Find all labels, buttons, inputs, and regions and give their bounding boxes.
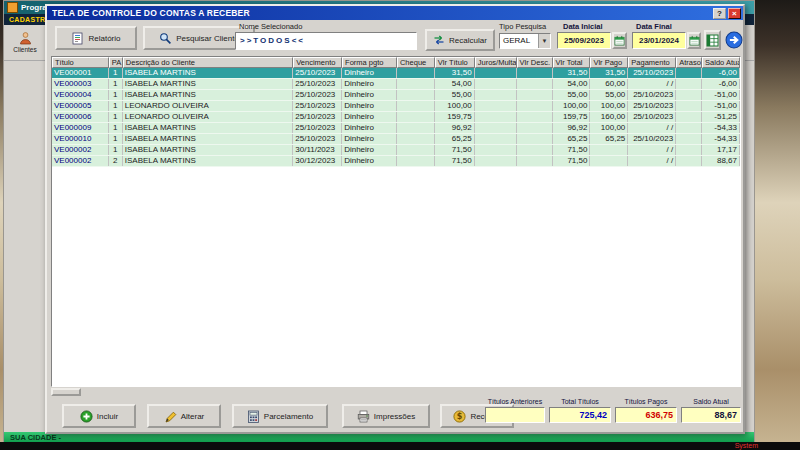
dialog-titlebar[interactable]: TELA DE CONTROLE DO CONTAS A RECEBER ? × <box>47 6 743 20</box>
table-cell: VE000002 <box>52 156 109 166</box>
column-header-13[interactable]: Atraso <box>676 57 702 68</box>
start-date-calendar-button[interactable] <box>612 32 627 49</box>
table-row[interactable]: VE0000101ISABELA MARTINS25/10/2023Dinhei… <box>52 134 740 145</box>
table-cell: 25/10/2023 <box>293 112 342 122</box>
table-cell: 100,00 <box>553 101 591 111</box>
help-button[interactable]: ? <box>713 8 726 19</box>
table-cell: -51,00 <box>702 101 740 111</box>
table-cell <box>475 101 517 111</box>
column-header-12[interactable]: Pagamento <box>628 57 676 68</box>
parcelamento-button[interactable]: Parcelamento <box>232 404 328 428</box>
table-cell: / / <box>628 123 676 133</box>
table-cell: 159,75 <box>435 112 475 122</box>
export-grid-button[interactable] <box>704 30 721 50</box>
table-cell: -51,00 <box>702 90 740 100</box>
table-row[interactable]: VE0000091ISABELA MARTINS25/10/2023Dinhei… <box>52 123 740 134</box>
table-cell: 30/11/2023 <box>293 145 342 155</box>
column-header-2[interactable]: PA <box>109 57 123 68</box>
table-cell: 96,92 <box>435 123 475 133</box>
table-row[interactable]: VE0000011ISABELA MARTINS25/10/2023Dinhei… <box>52 68 740 79</box>
table-cell <box>397 79 435 89</box>
table-cell <box>676 134 702 144</box>
table-cell: 1 <box>109 112 123 122</box>
table-cell <box>475 156 517 166</box>
table-cell <box>590 156 628 166</box>
table-cell: Dinheiro <box>342 123 397 133</box>
table-cell <box>517 134 553 144</box>
column-header-1[interactable]: Título <box>52 57 109 68</box>
table-cell <box>475 79 517 89</box>
end-date-field[interactable]: 23/01/2024 <box>632 32 686 49</box>
parcelamento-button-label: Parcelamento <box>264 412 313 421</box>
toolbar-button-clientes[interactable]: Clientes <box>6 26 44 58</box>
table-cell: 1 <box>109 134 123 144</box>
saldo-atual-value: 88,67 <box>681 407 741 423</box>
table-cell: 25/10/2023 <box>628 68 676 78</box>
plus-icon <box>80 410 93 423</box>
titulos-anteriores-label: Títulos Anteriores <box>485 398 545 405</box>
table-cell <box>397 101 435 111</box>
table-cell: ISABELA MARTINS <box>123 90 293 100</box>
taskbar[interactable]: System <box>0 442 800 450</box>
column-header-8[interactable]: Juros/Multa <box>475 57 517 68</box>
table-row[interactable]: VE0000021ISABELA MARTINS30/11/2023Dinhei… <box>52 145 740 156</box>
table-cell: 1 <box>109 101 123 111</box>
search-type-label: Tipo Pesquisa <box>499 22 546 31</box>
column-header-4[interactable]: Vencimento <box>293 57 342 68</box>
spreadsheet-icon <box>706 34 719 47</box>
column-header-9[interactable]: Vlr Desc. <box>517 57 553 68</box>
table-cell: 159,75 <box>553 112 591 122</box>
search-type-dropdown[interactable]: GERAL ▼ <box>499 33 551 49</box>
table-cell <box>517 68 553 78</box>
alterar-button[interactable]: Alterar <box>147 404 221 428</box>
table-cell <box>475 145 517 155</box>
selected-name-field[interactable]: >>TODOS<< <box>235 32 417 50</box>
column-header-14[interactable]: Saldo Atual <box>702 57 740 68</box>
table-cell: / / <box>628 156 676 166</box>
go-button[interactable] <box>724 29 743 51</box>
incluir-button[interactable]: Incluir <box>62 404 136 428</box>
column-header-6[interactable]: Cheque <box>397 57 435 68</box>
end-date-calendar-button[interactable] <box>687 32 701 49</box>
impressoes-button-label: Impressões <box>374 412 415 421</box>
table-cell: 60,00 <box>590 79 628 89</box>
column-header-5[interactable]: Forma pgto <box>342 57 397 68</box>
table-cell: 71,50 <box>553 156 591 166</box>
table-cell: -51,25 <box>702 112 740 122</box>
table-cell <box>475 112 517 122</box>
table-cell: 25/10/2023 <box>293 90 342 100</box>
table-row[interactable]: VE0000041ISABELA MARTINS25/10/2023Dinhei… <box>52 90 740 101</box>
table-cell <box>676 68 702 78</box>
impressoes-button[interactable]: Impressões <box>342 404 430 428</box>
table-row[interactable]: VE0000051LEONARDO OLIVEIRA25/10/2023Dinh… <box>52 101 740 112</box>
grid-hscrollbar[interactable] <box>51 388 81 396</box>
table-cell: 88,67 <box>702 156 740 166</box>
svg-text:$: $ <box>457 412 463 421</box>
column-header-7[interactable]: Vlr Título <box>435 57 475 68</box>
report-icon <box>71 32 84 45</box>
taskbar-system-label: System <box>735 442 758 450</box>
report-button[interactable]: Relatório <box>55 26 137 50</box>
saldo-atual-label: Saldo Atual <box>681 398 741 405</box>
start-date-field[interactable]: 25/09/2023 <box>557 32 611 49</box>
table-cell: VE000003 <box>52 79 109 89</box>
table-row[interactable]: VE0000031ISABELA MARTINS25/10/2023Dinhei… <box>52 79 740 90</box>
column-header-11[interactable]: Vlr Pago <box>590 57 628 68</box>
end-date-value: 23/01/2024 <box>639 36 679 45</box>
titulos-anteriores-value <box>485 407 545 423</box>
chevron-down-icon[interactable]: ▼ <box>538 34 550 48</box>
selected-name-label: Nome Selecionado <box>239 22 302 31</box>
search-client-button-label: Pesquisar Cliente <box>176 34 239 43</box>
table-cell: / / <box>628 79 676 89</box>
table-cell: 25/10/2023 <box>293 123 342 133</box>
table-cell: / / <box>628 145 676 155</box>
table-cell: VE000006 <box>52 112 109 122</box>
table-row[interactable]: VE0000061LEONARDO OLIVEIRA25/10/2023Dinh… <box>52 112 740 123</box>
titulos-pagos-group: Títulos Pagos 636,75 <box>615 398 677 423</box>
column-header-10[interactable]: Vlr Total <box>553 57 591 68</box>
table-cell: 31,50 <box>590 68 628 78</box>
recalculate-button[interactable]: Recalcular <box>425 29 495 51</box>
table-row[interactable]: VE0000022ISABELA MARTINS30/12/2023Dinhei… <box>52 156 740 167</box>
close-button[interactable]: × <box>728 8 741 19</box>
column-header-3[interactable]: Descrição do Cliente <box>123 57 293 68</box>
